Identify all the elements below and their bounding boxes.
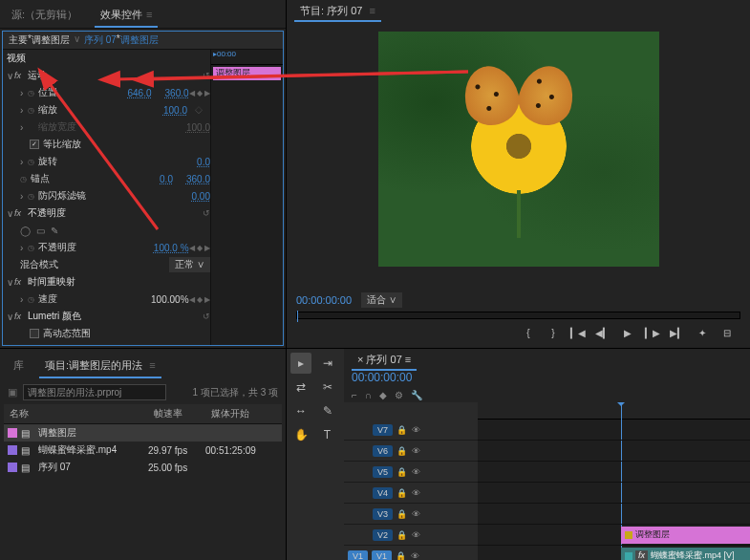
project-item[interactable]: ▤序列 0725.00 fps xyxy=(4,459,282,476)
track-target[interactable]: V2 xyxy=(373,529,393,541)
position-y[interactable]: 360.0 xyxy=(165,88,189,98)
lock-icon[interactable]: 🔒 xyxy=(396,446,408,456)
track-lane[interactable] xyxy=(478,504,750,525)
wrench-icon[interactable]: 🔧 xyxy=(411,390,422,400)
track-lane[interactable]: fx蝴蝶蜜蜂采蜜.mp4 [V] xyxy=(478,546,750,560)
type-tool[interactable]: T xyxy=(317,424,338,445)
timeline-timecode[interactable]: 00:00:00:00 xyxy=(352,371,412,384)
label-swatch[interactable] xyxy=(8,463,17,472)
label-swatch[interactable] xyxy=(8,428,17,438)
video-track-header[interactable]: V7🔒👁 xyxy=(344,420,478,441)
ripple-edit-tool[interactable]: ⇄ xyxy=(290,377,311,398)
lock-icon[interactable]: 🔒 xyxy=(396,530,408,540)
mark-out-button[interactable]: } xyxy=(546,325,561,340)
source-patch[interactable]: V1 xyxy=(348,550,368,561)
zoom-fit-dropdown[interactable]: 适合 ∨ xyxy=(361,292,402,308)
blend-mode-dropdown[interactable]: 正常 ∨ xyxy=(169,257,210,272)
marker-icon[interactable]: ◆ xyxy=(379,390,387,400)
tab-library[interactable]: 库 xyxy=(8,355,30,378)
reset-icon[interactable]: ↺ xyxy=(203,71,210,80)
snap-icon[interactable]: ⌐ xyxy=(352,390,357,400)
pen-tool[interactable]: ✎ xyxy=(317,400,338,421)
slip-tool[interactable]: ↔ xyxy=(290,400,311,421)
program-timecode[interactable]: 00:00:00:00 xyxy=(296,294,352,306)
lock-icon[interactable]: 🔒 xyxy=(396,488,408,498)
eye-icon[interactable]: 👁 xyxy=(411,551,422,561)
panel-menu-icon[interactable]: ≡ xyxy=(146,9,152,20)
eye-icon[interactable]: 👁 xyxy=(412,425,423,435)
track-lane[interactable] xyxy=(478,483,750,504)
track-target[interactable]: V3 xyxy=(373,508,393,520)
eye-icon[interactable]: 👁 xyxy=(412,530,423,540)
tab-program[interactable]: 节目: 序列 07 ≡ xyxy=(294,1,381,22)
video-track-header[interactable]: V2🔒👁 xyxy=(344,525,478,546)
label-swatch[interactable] xyxy=(8,445,17,455)
program-video-frame[interactable] xyxy=(378,32,659,267)
clip-adjustment-layer[interactable]: 调整图层 xyxy=(621,527,750,544)
tab-project[interactable]: 项目:调整图层的用法 ≡ xyxy=(39,355,161,378)
tab-source[interactable]: 源:（无剪辑） xyxy=(6,4,83,28)
hand-tool[interactable]: ✋ xyxy=(290,424,311,445)
program-scrubber[interactable] xyxy=(296,312,740,319)
lock-icon[interactable]: 🔒 xyxy=(396,467,408,477)
mark-in-button[interactable]: { xyxy=(521,325,536,340)
track-target[interactable]: V5 xyxy=(373,466,393,478)
effect-clip-bar[interactable]: 调整图层 xyxy=(213,67,281,80)
track-lane[interactable] xyxy=(478,441,750,462)
lock-icon[interactable]: 🔒 xyxy=(396,551,407,561)
eye-icon[interactable]: 👁 xyxy=(412,488,423,498)
hdr-checkbox[interactable] xyxy=(30,329,39,338)
opacity-group[interactable]: 不透明度 xyxy=(28,206,85,220)
track-target[interactable]: V6 xyxy=(373,445,393,457)
project-item[interactable]: ▤调整图层 xyxy=(4,424,282,442)
go-to-out-button[interactable]: ▶▎ xyxy=(670,325,685,340)
play-button[interactable]: ▶ xyxy=(620,325,635,340)
track-lane[interactable] xyxy=(478,420,750,441)
track-lane[interactable] xyxy=(478,462,750,483)
eye-icon[interactable]: 👁 xyxy=(412,509,423,519)
export-frame-button[interactable]: ✦ xyxy=(695,325,710,340)
mask-pen-icon[interactable]: ✎ xyxy=(51,226,58,236)
video-track-header[interactable]: V1V1🔒👁 xyxy=(344,546,478,560)
scale-value[interactable]: 100.0 xyxy=(163,105,187,116)
video-track-header[interactable]: V4🔒👁 xyxy=(344,483,478,504)
step-forward-button[interactable]: ▎▶ xyxy=(645,325,660,340)
motion-group[interactable]: 运动 xyxy=(28,69,85,82)
playhead-icon[interactable]: ▸00:00 xyxy=(213,50,236,58)
track-lane[interactable]: 调整图层 xyxy=(478,525,750,546)
uniform-scale-checkbox[interactable] xyxy=(30,140,39,149)
col-media-start[interactable]: 媒体开始 xyxy=(205,404,282,423)
settings-icon[interactable]: ⚙ xyxy=(395,390,403,400)
go-to-in-button[interactable]: ▎◀ xyxy=(570,325,586,340)
mask-rect-icon[interactable]: ▭ xyxy=(36,226,45,236)
rotation-value[interactable]: 0.0 xyxy=(197,157,210,167)
selection-tool[interactable]: ▸ xyxy=(290,353,311,374)
twirl-icon[interactable]: ∨ xyxy=(7,71,14,81)
eye-icon[interactable]: 👁 xyxy=(412,446,423,456)
position-x[interactable]: 646.0 xyxy=(127,88,151,98)
track-select-tool[interactable]: ⇥ xyxy=(317,353,338,374)
col-name[interactable]: 名称 xyxy=(4,404,148,423)
mask-ellipse-icon[interactable]: ◯ xyxy=(20,226,31,236)
stopwatch-icon[interactable]: ◷ xyxy=(28,89,38,97)
project-search-input[interactable] xyxy=(23,384,166,400)
eye-icon[interactable]: 👁 xyxy=(412,467,423,477)
project-item[interactable]: ▤蝴蝶蜜蜂采蜜.mp429.97 fps00:51:25:09 xyxy=(4,442,282,459)
clip-video[interactable]: fx蝴蝶蜜蜂采蜜.mp4 [V] xyxy=(621,548,750,560)
fx-badge[interactable]: fx xyxy=(14,71,28,80)
lift-button[interactable]: ⊟ xyxy=(719,325,735,340)
video-track-header[interactable]: V3🔒👁 xyxy=(344,504,478,525)
track-target[interactable]: V7 xyxy=(373,424,393,436)
razor-tool[interactable]: ✂ xyxy=(317,377,338,398)
stopwatch-icon[interactable]: ◷ xyxy=(28,106,38,115)
track-target[interactable]: V4 xyxy=(373,487,393,499)
keyframe-nav[interactable]: ◀ ◆ ▶ xyxy=(189,89,210,97)
linked-selection-icon[interactable]: ∩ xyxy=(365,390,372,400)
track-target[interactable]: V1 xyxy=(372,550,392,561)
step-back-button[interactable]: ◀▎ xyxy=(595,325,611,340)
col-framerate[interactable]: 帧速率 xyxy=(148,404,205,423)
tab-effect-controls[interactable]: 效果控件≡ xyxy=(95,4,158,28)
lock-icon[interactable]: 🔒 xyxy=(396,509,408,519)
video-track-header[interactable]: V6🔒👁 xyxy=(344,441,478,462)
timeline-ruler[interactable] xyxy=(478,402,750,420)
